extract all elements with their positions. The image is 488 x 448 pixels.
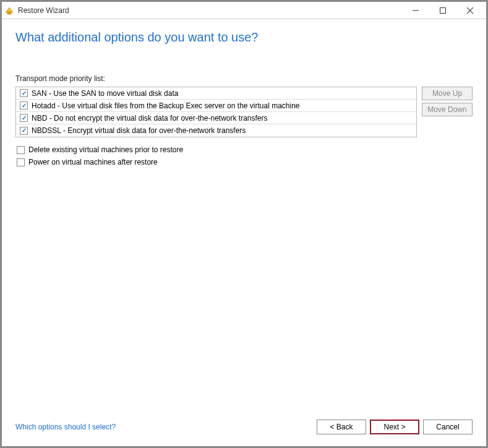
- list-item-label: Hotadd - Use virtual disk files from the…: [32, 101, 300, 110]
- next-button[interactable]: Next >: [370, 420, 419, 434]
- transport-item-hotadd[interactable]: Hotadd - Use virtual disk files from the…: [16, 100, 416, 112]
- transport-item-nbd[interactable]: NBD - Do not encrypt the virtual disk da…: [16, 112, 416, 124]
- minimize-button[interactable]: [402, 2, 429, 19]
- option-label: Delete existing virtual machines prior t…: [28, 145, 183, 154]
- maximize-button[interactable]: [429, 2, 456, 19]
- transport-item-nbdssl[interactable]: NBDSSL - Encrypt virtual disk data for o…: [16, 124, 416, 137]
- page-heading: What additional options do you want to u…: [15, 30, 473, 45]
- checkbox-icon[interactable]: [20, 127, 28, 135]
- list-item-label: NBDSSL - Encrypt virtual disk data for o…: [32, 126, 246, 135]
- cancel-button[interactable]: Cancel: [423, 420, 473, 434]
- checkbox-icon[interactable]: [17, 158, 25, 166]
- option-delete-existing[interactable]: Delete existing virtual machines prior t…: [15, 144, 473, 156]
- move-down-button[interactable]: Move Down: [422, 103, 473, 116]
- list-item-label: SAN - Use the SAN to move virtual disk d…: [32, 89, 178, 98]
- option-label: Power on virtual machines after restore: [28, 158, 158, 166]
- checkbox-icon[interactable]: [20, 114, 28, 122]
- transport-list[interactable]: SAN - Use the SAN to move virtual disk d…: [15, 87, 417, 137]
- help-link[interactable]: Which options should I select?: [15, 423, 116, 431]
- window-title: Restore Wizard: [18, 6, 402, 15]
- checkbox-icon[interactable]: [20, 89, 28, 97]
- list-item-label: NBD - Do not encrypt the virtual disk da…: [32, 114, 268, 123]
- svg-rect-0: [7, 12, 11, 14]
- close-button[interactable]: [456, 2, 484, 19]
- move-buttons-group: Move Up Move Down: [422, 87, 473, 116]
- checkbox-icon[interactable]: [20, 101, 28, 110]
- restore-wizard-window: Restore Wizard What additional options d…: [1, 1, 487, 447]
- app-icon: [4, 6, 14, 15]
- checkbox-icon[interactable]: [17, 146, 25, 154]
- transport-list-label: Transport mode priority list:: [15, 74, 473, 83]
- extra-options: Delete existing virtual machines prior t…: [15, 144, 473, 168]
- back-button[interactable]: < Back: [317, 420, 366, 434]
- transport-item-san[interactable]: SAN - Use the SAN to move virtual disk d…: [16, 87, 416, 100]
- transport-section: SAN - Use the SAN to move virtual disk d…: [15, 87, 473, 137]
- content-pane: What additional options do you want to u…: [2, 19, 486, 415]
- footer: Which options should I select? < Back Ne…: [2, 415, 486, 446]
- move-up-button[interactable]: Move Up: [422, 87, 473, 100]
- titlebar: Restore Wizard: [2, 2, 486, 19]
- svg-rect-2: [440, 7, 446, 13]
- option-power-on[interactable]: Power on virtual machines after restore: [15, 156, 473, 168]
